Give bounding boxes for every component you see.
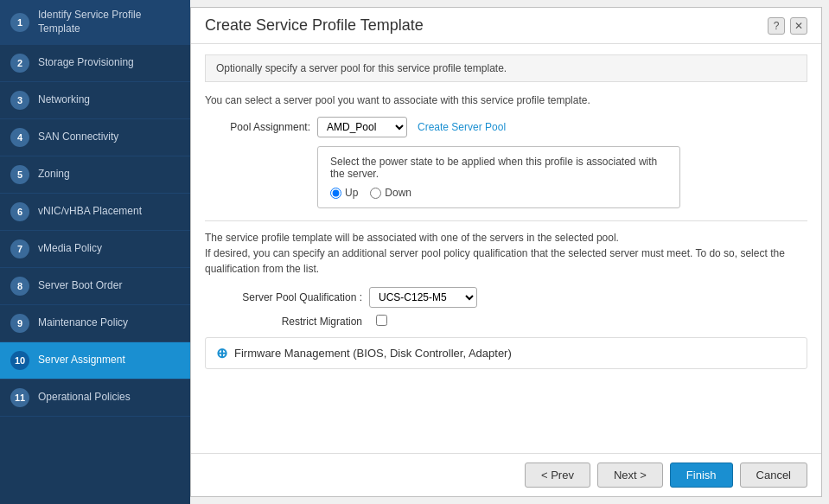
info-bar: Optionally specify a server pool for thi… <box>205 54 807 82</box>
power-state-box: Select the power state to be applied whe… <box>317 146 680 208</box>
long-desc-line1: The service profile template will be ass… <box>205 232 619 244</box>
main-panel: Create Service Profile Template ? ✕ Opti… <box>190 7 822 497</box>
step-num-3: 3 <box>10 91 29 110</box>
radio-down-label[interactable]: Down <box>370 187 411 199</box>
pool-qual-select[interactable]: UCS-C125-M5 <box>369 287 477 308</box>
long-desc-line2: If desired, you can specify an additiona… <box>205 247 785 275</box>
pool-assignment-row: Pool Assignment: AMD_Pool Create Server … <box>205 117 807 137</box>
sidebar-item-10[interactable]: 10Server Assignment <box>0 342 190 380</box>
sidebar-label-3: Networking <box>38 93 90 107</box>
sidebar-label-11: Operational Policies <box>38 391 131 405</box>
sidebar-item-11[interactable]: 11Operational Policies <box>0 380 190 417</box>
sidebar-label-2: Storage Provisioning <box>38 56 134 70</box>
step-num-1: 1 <box>10 13 29 32</box>
pool-assignment-control: AMD_Pool Create Server Pool <box>317 117 506 137</box>
sidebar-item-5[interactable]: 5Zoning <box>0 156 190 194</box>
long-desc: The service profile template will be ass… <box>205 230 807 277</box>
sidebar: 1Identify Service Profile Template2Stora… <box>0 0 190 504</box>
step-num-5: 5 <box>10 165 29 184</box>
prev-button[interactable]: < Prev <box>525 463 590 488</box>
sidebar-label-7: vMedia Policy <box>38 242 102 256</box>
sidebar-label-10: Server Assignment <box>38 354 125 367</box>
pool-qual-row: Server Pool Qualification : UCS-C125-M5 <box>205 287 807 308</box>
cancel-button[interactable]: Cancel <box>740 463 807 488</box>
step-num-10: 10 <box>10 351 29 370</box>
power-state-radio-group: Up Down <box>330 187 667 199</box>
step-num-7: 7 <box>10 239 29 258</box>
pool-qual-label: Server Pool Qualification : <box>214 291 369 303</box>
step-num-8: 8 <box>10 277 29 296</box>
step-num-11: 11 <box>10 388 29 407</box>
firmware-label: Firmware Management (BIOS, Disk Controll… <box>234 347 512 360</box>
close-button[interactable]: ✕ <box>790 17 807 35</box>
sidebar-label-4: SAN Connectivity <box>38 131 118 144</box>
restrict-migration-label: Restrict Migration <box>214 316 369 328</box>
info-bar-text: Optionally specify a server pool for thi… <box>216 62 507 74</box>
sidebar-item-4[interactable]: 4SAN Connectivity <box>0 119 190 156</box>
firmware-section[interactable]: ⊕ Firmware Management (BIOS, Disk Contro… <box>205 337 807 369</box>
sidebar-label-6: vNIC/vHBA Placement <box>38 205 142 219</box>
separator <box>205 220 807 221</box>
content-area: Optionally specify a server pool for thi… <box>191 44 821 453</box>
sidebar-item-1[interactable]: 1Identify Service Profile Template <box>0 0 190 45</box>
sidebar-label-5: Zoning <box>38 168 70 182</box>
step-num-2: 2 <box>10 54 29 73</box>
firmware-expand-icon: ⊕ <box>216 345 227 361</box>
pool-assignment-label: Pool Assignment: <box>205 121 317 133</box>
radio-up[interactable] <box>330 188 341 199</box>
restrict-migration-checkbox[interactable] <box>376 315 387 326</box>
create-server-pool-link[interactable]: Create Server Pool <box>418 121 506 133</box>
sidebar-item-7[interactable]: 7vMedia Policy <box>0 231 190 268</box>
radio-down[interactable] <box>370 188 381 199</box>
sidebar-item-3[interactable]: 3Networking <box>0 82 190 119</box>
power-state-desc: Select the power state to be applied whe… <box>330 156 667 180</box>
restrict-migration-row: Restrict Migration <box>205 315 807 329</box>
header-icons: ? ✕ <box>768 17 807 35</box>
pool-assignment-select[interactable]: AMD_Pool <box>317 117 407 137</box>
sidebar-label-9: Maintenance Policy <box>38 316 128 330</box>
sidebar-item-9[interactable]: 9Maintenance Policy <box>0 305 190 342</box>
finish-button[interactable]: Finish <box>670 463 733 488</box>
dialog-title: Create Service Profile Template <box>205 16 424 35</box>
sidebar-item-6[interactable]: 6vNIC/vHBA Placement <box>0 194 190 231</box>
footer: < Prev Next > Finish Cancel <box>191 453 821 496</box>
help-button[interactable]: ? <box>768 17 785 35</box>
section-description: You can select a server pool you want to… <box>205 94 807 106</box>
dialog-header: Create Service Profile Template ? ✕ <box>191 8 821 44</box>
sidebar-item-2[interactable]: 2Storage Provisioning <box>0 45 190 82</box>
sidebar-label-1: Identify Service Profile Template <box>38 9 180 35</box>
next-button[interactable]: Next > <box>597 463 663 488</box>
sidebar-item-8[interactable]: 8Server Boot Order <box>0 268 190 305</box>
step-num-9: 9 <box>10 314 29 333</box>
radio-up-label[interactable]: Up <box>330 187 358 199</box>
step-num-6: 6 <box>10 202 29 221</box>
step-num-4: 4 <box>10 128 29 147</box>
sidebar-label-8: Server Boot Order <box>38 279 122 293</box>
